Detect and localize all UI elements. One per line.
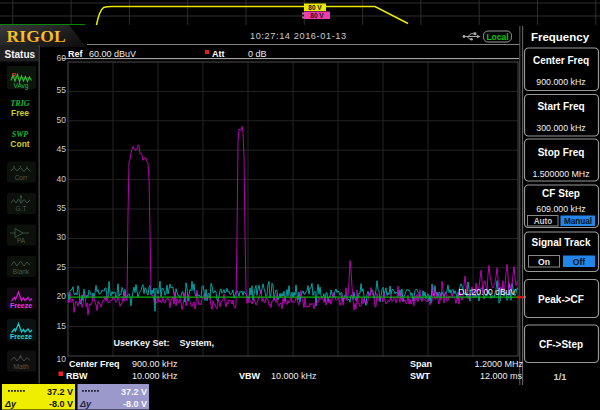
svg-text:Center Freq: Center Freq: [69, 359, 120, 369]
svg-text:Cont: Cont: [10, 139, 30, 149]
svg-text:40: 40: [57, 174, 67, 184]
svg-text:Status: Status: [5, 49, 36, 60]
svg-text:Frequency: Frequency: [531, 31, 590, 43]
svg-text:50: 50: [57, 115, 67, 125]
svg-text:RIGOL: RIGOL: [7, 26, 66, 46]
svg-text:25: 25: [57, 262, 67, 272]
svg-text:30: 30: [57, 232, 67, 242]
svg-text:55: 55: [57, 85, 67, 95]
svg-text:35: 35: [57, 203, 67, 213]
svg-text:Ref: Ref: [68, 49, 84, 59]
svg-text:60.00 dBuV: 60.00 dBuV: [89, 49, 136, 59]
svg-text:10.000 kHz: 10.000 kHz: [132, 371, 178, 381]
svg-text:80 V: 80 V: [308, 4, 322, 11]
svg-text:60: 60: [57, 53, 67, 63]
svg-text:Off: Off: [573, 257, 586, 267]
svg-text:300.000 kHz: 300.000 kHz: [536, 123, 585, 133]
svg-text:System,: System,: [180, 338, 215, 348]
svg-text:Peak->CF: Peak->CF: [538, 294, 584, 305]
svg-text:900.000 kHz: 900.000 kHz: [536, 77, 585, 87]
svg-text:CF Step: CF Step: [542, 188, 580, 199]
svg-text:On: On: [538, 257, 550, 267]
svg-text:609.000 kHz: 609.000 kHz: [536, 204, 585, 214]
svg-text:0 dB: 0 dB: [248, 49, 267, 59]
svg-text:10: 10: [57, 354, 67, 364]
svg-text:Corr: Corr: [15, 174, 28, 181]
svg-text:10.000 kHz: 10.000 kHz: [271, 371, 317, 381]
svg-text:1/1: 1/1: [553, 371, 567, 382]
svg-text:37.2 V: 37.2 V: [121, 387, 147, 397]
svg-text:G.T: G.T: [16, 205, 27, 212]
svg-text:Δy: Δy: [4, 399, 17, 409]
svg-text:VAvg: VAvg: [14, 82, 29, 90]
svg-text:1.2000 MHz: 1.2000 MHz: [474, 359, 523, 369]
svg-text:TRIG: TRIG: [10, 99, 29, 108]
svg-text:Δy: Δy: [79, 399, 92, 409]
svg-text:-8.0 V: -8.0 V: [123, 399, 147, 409]
svg-text:80 V: 80 V: [310, 12, 324, 19]
svg-text:DL:20.00 dBuV: DL:20.00 dBuV: [458, 287, 516, 297]
svg-text:-8.0 V: -8.0 V: [49, 399, 73, 409]
svg-text:900.00 kHz: 900.00 kHz: [132, 359, 178, 369]
svg-text:SWP: SWP: [12, 130, 29, 139]
svg-text:PA: PA: [17, 237, 26, 244]
svg-text:Center Freq: Center Freq: [533, 55, 589, 66]
svg-text:10:27:14 2016-01-13: 10:27:14 2016-01-13: [250, 31, 347, 41]
svg-text:Span: Span: [410, 359, 432, 369]
svg-text:Local: Local: [486, 32, 508, 42]
svg-text:CF->Step: CF->Step: [539, 339, 583, 350]
svg-text:15: 15: [57, 321, 67, 331]
svg-text:Stop Freq: Stop Freq: [538, 147, 585, 158]
svg-text:Start Freq: Start Freq: [537, 101, 584, 112]
svg-text:Blank: Blank: [13, 268, 30, 275]
svg-text:45: 45: [57, 144, 67, 154]
svg-text:Freeze: Freeze: [10, 302, 32, 309]
svg-text:UserKey Set:: UserKey Set:: [114, 338, 170, 348]
svg-text:Att: Att: [212, 49, 225, 59]
svg-text:Free: Free: [11, 108, 29, 118]
svg-text:1.500000 MHz: 1.500000 MHz: [532, 169, 589, 179]
svg-text:Freeze: Freeze: [10, 333, 32, 340]
svg-text:Math: Math: [13, 363, 29, 370]
svg-text:12.000 ms: 12.000 ms: [480, 371, 523, 381]
svg-text:Manual: Manual: [564, 217, 592, 226]
svg-text:VBW: VBW: [239, 371, 261, 381]
svg-text:SWT: SWT: [410, 371, 430, 381]
svg-text:Auto: Auto: [534, 217, 553, 226]
svg-text:20: 20: [57, 291, 67, 301]
svg-text:Signal Track: Signal Track: [532, 237, 591, 248]
svg-text:37.2 V: 37.2 V: [47, 387, 73, 397]
svg-text:RBW: RBW: [66, 371, 88, 381]
